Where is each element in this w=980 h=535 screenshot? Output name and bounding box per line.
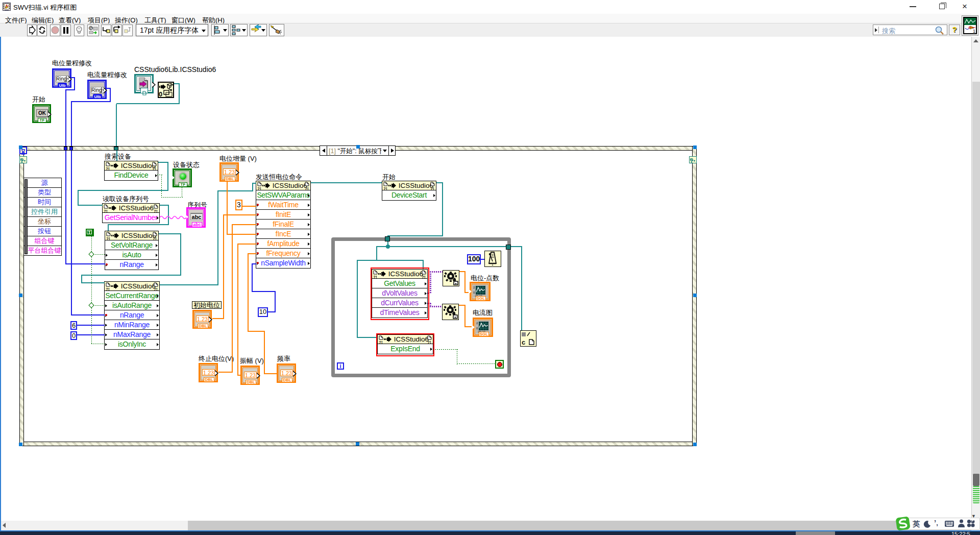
svg-text:0: 0 — [159, 90, 162, 97]
svg-text:P: P — [90, 27, 92, 30]
svg-text:1: 1 — [973, 29, 975, 33]
